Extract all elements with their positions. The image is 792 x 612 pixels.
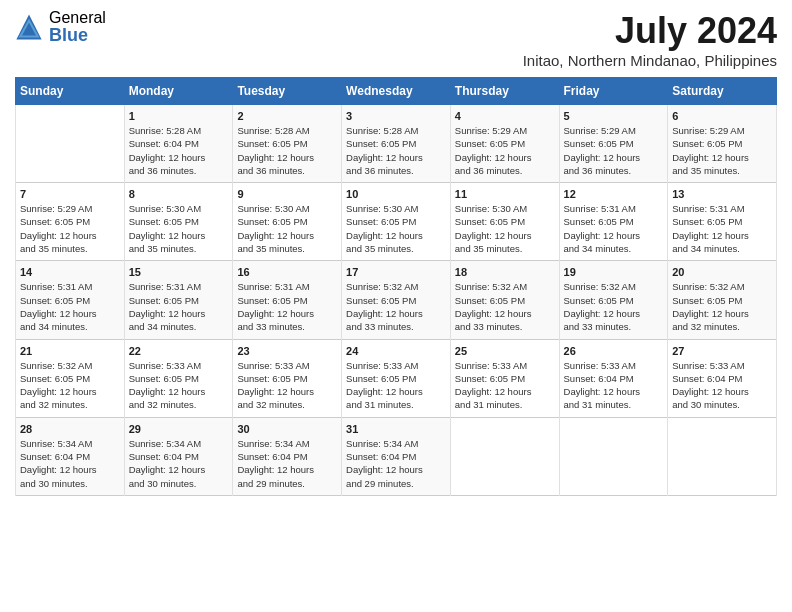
calendar-cell: 13Sunrise: 5:31 AMSunset: 6:05 PMDayligh… (668, 183, 777, 261)
day-number: 15 (129, 266, 229, 278)
day-number: 6 (672, 110, 772, 122)
day-info: Sunrise: 5:34 AMSunset: 6:04 PMDaylight:… (346, 437, 446, 490)
weekday-header-tuesday: Tuesday (233, 78, 342, 105)
day-number: 27 (672, 345, 772, 357)
day-info: Sunrise: 5:33 AMSunset: 6:05 PMDaylight:… (455, 359, 555, 412)
day-number: 9 (237, 188, 337, 200)
calendar-cell: 27Sunrise: 5:33 AMSunset: 6:04 PMDayligh… (668, 339, 777, 417)
calendar-cell: 22Sunrise: 5:33 AMSunset: 6:05 PMDayligh… (124, 339, 233, 417)
day-number: 22 (129, 345, 229, 357)
calendar-cell: 15Sunrise: 5:31 AMSunset: 6:05 PMDayligh… (124, 261, 233, 339)
calendar-cell: 24Sunrise: 5:33 AMSunset: 6:05 PMDayligh… (342, 339, 451, 417)
day-number: 5 (564, 110, 664, 122)
logo-icon (15, 13, 43, 41)
day-info: Sunrise: 5:29 AMSunset: 6:05 PMDaylight:… (455, 124, 555, 177)
day-info: Sunrise: 5:28 AMSunset: 6:05 PMDaylight:… (237, 124, 337, 177)
day-number: 16 (237, 266, 337, 278)
weekday-header-wednesday: Wednesday (342, 78, 451, 105)
day-info: Sunrise: 5:33 AMSunset: 6:04 PMDaylight:… (564, 359, 664, 412)
calendar-cell: 11Sunrise: 5:30 AMSunset: 6:05 PMDayligh… (450, 183, 559, 261)
calendar-cell: 1Sunrise: 5:28 AMSunset: 6:04 PMDaylight… (124, 105, 233, 183)
weekday-header-saturday: Saturday (668, 78, 777, 105)
calendar-cell: 10Sunrise: 5:30 AMSunset: 6:05 PMDayligh… (342, 183, 451, 261)
day-number: 26 (564, 345, 664, 357)
calendar-cell: 12Sunrise: 5:31 AMSunset: 6:05 PMDayligh… (559, 183, 668, 261)
day-number: 19 (564, 266, 664, 278)
day-info: Sunrise: 5:31 AMSunset: 6:05 PMDaylight:… (672, 202, 772, 255)
day-number: 14 (20, 266, 120, 278)
day-info: Sunrise: 5:32 AMSunset: 6:05 PMDaylight:… (564, 280, 664, 333)
calendar-cell: 2Sunrise: 5:28 AMSunset: 6:05 PMDaylight… (233, 105, 342, 183)
day-number: 20 (672, 266, 772, 278)
page-header: General Blue July 2024 Initao, Northern … (15, 10, 777, 69)
month-year-title: July 2024 (523, 10, 777, 52)
day-info: Sunrise: 5:34 AMSunset: 6:04 PMDaylight:… (237, 437, 337, 490)
calendar-week-1: 1Sunrise: 5:28 AMSunset: 6:04 PMDaylight… (16, 105, 777, 183)
day-info: Sunrise: 5:29 AMSunset: 6:05 PMDaylight:… (672, 124, 772, 177)
weekday-header-friday: Friday (559, 78, 668, 105)
day-number: 11 (455, 188, 555, 200)
calendar-cell: 20Sunrise: 5:32 AMSunset: 6:05 PMDayligh… (668, 261, 777, 339)
calendar-cell: 16Sunrise: 5:31 AMSunset: 6:05 PMDayligh… (233, 261, 342, 339)
calendar-table: SundayMondayTuesdayWednesdayThursdayFrid… (15, 77, 777, 496)
day-number: 10 (346, 188, 446, 200)
calendar-cell: 5Sunrise: 5:29 AMSunset: 6:05 PMDaylight… (559, 105, 668, 183)
calendar-week-5: 28Sunrise: 5:34 AMSunset: 6:04 PMDayligh… (16, 417, 777, 495)
calendar-cell: 30Sunrise: 5:34 AMSunset: 6:04 PMDayligh… (233, 417, 342, 495)
calendar-cell: 9Sunrise: 5:30 AMSunset: 6:05 PMDaylight… (233, 183, 342, 261)
day-info: Sunrise: 5:28 AMSunset: 6:04 PMDaylight:… (129, 124, 229, 177)
day-info: Sunrise: 5:33 AMSunset: 6:04 PMDaylight:… (672, 359, 772, 412)
day-number: 30 (237, 423, 337, 435)
day-number: 1 (129, 110, 229, 122)
weekday-header-sunday: Sunday (16, 78, 125, 105)
day-info: Sunrise: 5:30 AMSunset: 6:05 PMDaylight:… (346, 202, 446, 255)
day-info: Sunrise: 5:32 AMSunset: 6:05 PMDaylight:… (346, 280, 446, 333)
calendar-cell: 7Sunrise: 5:29 AMSunset: 6:05 PMDaylight… (16, 183, 125, 261)
day-number: 28 (20, 423, 120, 435)
calendar-cell: 29Sunrise: 5:34 AMSunset: 6:04 PMDayligh… (124, 417, 233, 495)
logo: General Blue (15, 10, 106, 44)
calendar-cell (668, 417, 777, 495)
day-number: 21 (20, 345, 120, 357)
day-number: 3 (346, 110, 446, 122)
calendar-cell: 17Sunrise: 5:32 AMSunset: 6:05 PMDayligh… (342, 261, 451, 339)
day-info: Sunrise: 5:32 AMSunset: 6:05 PMDaylight:… (455, 280, 555, 333)
logo-blue: Blue (49, 26, 106, 44)
day-number: 18 (455, 266, 555, 278)
weekday-header-monday: Monday (124, 78, 233, 105)
day-info: Sunrise: 5:28 AMSunset: 6:05 PMDaylight:… (346, 124, 446, 177)
day-number: 13 (672, 188, 772, 200)
day-number: 2 (237, 110, 337, 122)
calendar-cell: 23Sunrise: 5:33 AMSunset: 6:05 PMDayligh… (233, 339, 342, 417)
location-label: Initao, Northern Mindanao, Philippines (523, 52, 777, 69)
day-number: 23 (237, 345, 337, 357)
calendar-cell: 6Sunrise: 5:29 AMSunset: 6:05 PMDaylight… (668, 105, 777, 183)
day-number: 12 (564, 188, 664, 200)
day-info: Sunrise: 5:34 AMSunset: 6:04 PMDaylight:… (20, 437, 120, 490)
calendar-cell: 21Sunrise: 5:32 AMSunset: 6:05 PMDayligh… (16, 339, 125, 417)
weekday-header-thursday: Thursday (450, 78, 559, 105)
day-info: Sunrise: 5:33 AMSunset: 6:05 PMDaylight:… (346, 359, 446, 412)
day-number: 4 (455, 110, 555, 122)
day-info: Sunrise: 5:29 AMSunset: 6:05 PMDaylight:… (20, 202, 120, 255)
day-info: Sunrise: 5:31 AMSunset: 6:05 PMDaylight:… (129, 280, 229, 333)
calendar-cell: 3Sunrise: 5:28 AMSunset: 6:05 PMDaylight… (342, 105, 451, 183)
day-info: Sunrise: 5:33 AMSunset: 6:05 PMDaylight:… (237, 359, 337, 412)
calendar-cell (559, 417, 668, 495)
calendar-cell: 4Sunrise: 5:29 AMSunset: 6:05 PMDaylight… (450, 105, 559, 183)
calendar-week-4: 21Sunrise: 5:32 AMSunset: 6:05 PMDayligh… (16, 339, 777, 417)
day-info: Sunrise: 5:30 AMSunset: 6:05 PMDaylight:… (129, 202, 229, 255)
day-info: Sunrise: 5:34 AMSunset: 6:04 PMDaylight:… (129, 437, 229, 490)
calendar-cell (450, 417, 559, 495)
weekday-header-row: SundayMondayTuesdayWednesdayThursdayFrid… (16, 78, 777, 105)
day-info: Sunrise: 5:31 AMSunset: 6:05 PMDaylight:… (564, 202, 664, 255)
calendar-cell: 8Sunrise: 5:30 AMSunset: 6:05 PMDaylight… (124, 183, 233, 261)
day-info: Sunrise: 5:31 AMSunset: 6:05 PMDaylight:… (20, 280, 120, 333)
title-section: July 2024 Initao, Northern Mindanao, Phi… (523, 10, 777, 69)
day-number: 7 (20, 188, 120, 200)
day-info: Sunrise: 5:31 AMSunset: 6:05 PMDaylight:… (237, 280, 337, 333)
calendar-week-2: 7Sunrise: 5:29 AMSunset: 6:05 PMDaylight… (16, 183, 777, 261)
day-number: 17 (346, 266, 446, 278)
day-number: 29 (129, 423, 229, 435)
day-number: 24 (346, 345, 446, 357)
